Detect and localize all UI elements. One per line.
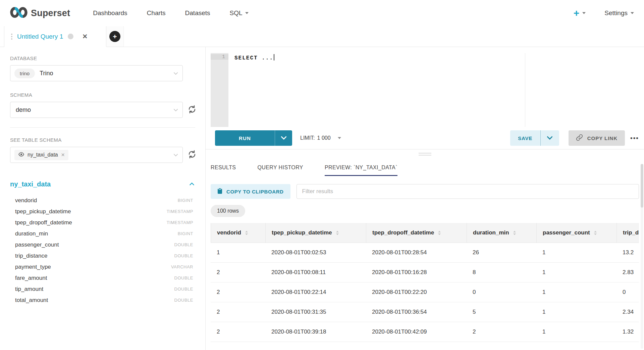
- column-header-label: tpep_dropoff_datetime: [372, 229, 434, 236]
- editor-toolbar: RUN LIMIT: 1 000 SAVE: [206, 127, 644, 149]
- cell-trip-distance: 2.83: [616, 263, 639, 282]
- table-row: 2 2020-08-01T00:08:11 2020-08-01T00:16:2…: [211, 263, 639, 282]
- save-button[interactable]: SAVE: [510, 130, 540, 146]
- copy-link-button[interactable]: COPY LINK: [569, 130, 625, 146]
- query-tab-active[interactable]: Untitled Query 1 ✕: [4, 26, 106, 47]
- nav-datasets[interactable]: Datasets: [185, 9, 210, 17]
- limit-dropdown[interactable]: LIMIT: 1 000: [300, 135, 341, 141]
- column-header-label: trip_distance: [623, 229, 639, 236]
- tab-results[interactable]: RESULTS: [211, 162, 236, 176]
- column-header-label: duration_min: [473, 229, 509, 236]
- database-tag: trino: [14, 69, 35, 78]
- copy-link-label: COPY LINK: [587, 135, 618, 141]
- results-actions: COPY TO CLIPBOARD: [211, 184, 639, 199]
- chevron-down-icon: [582, 12, 586, 14]
- column-header[interactable]: trip_distance: [616, 223, 639, 243]
- query-tab-label[interactable]: Untitled Query 1: [17, 33, 63, 40]
- cell-passenger-count: 1: [536, 263, 616, 282]
- cell-passenger-count: 1: [536, 302, 616, 322]
- filter-results-input[interactable]: [297, 184, 639, 199]
- table-row: 2 2020-08-01T00:39:18 2020-08-01T00:42:0…: [211, 322, 639, 342]
- settings-menu[interactable]: Settings: [604, 9, 634, 17]
- cell-passenger-count: 1: [536, 282, 616, 302]
- column-header[interactable]: tpep_dropoff_datetime: [366, 223, 467, 243]
- results-table: vendorid tpep_pickup_datetime tpep_dropo…: [211, 223, 639, 342]
- results-table-header: vendorid tpep_pickup_datetime tpep_dropo…: [211, 223, 639, 243]
- column-type: DOUBLE: [174, 287, 193, 292]
- table-schema-header: ny_taxi_data: [10, 180, 205, 188]
- column-header[interactable]: vendorid: [211, 223, 265, 243]
- tab-preview-ny-taxi-data[interactable]: PREVIEW: `NY_TAXI_DATA`: [325, 162, 397, 176]
- refresh-table-button[interactable]: [187, 150, 197, 160]
- code-area[interactable]: SELECT ...: [228, 53, 639, 127]
- column-header-label: passenger_count: [543, 229, 590, 236]
- cell-dropoff-datetime: 2020-08-01T00:22:20: [366, 282, 467, 302]
- collapse-table-button[interactable]: [189, 182, 195, 187]
- settings-label: Settings: [604, 9, 628, 17]
- cell-vendorid: 2: [211, 302, 265, 322]
- chevron-down-icon: [173, 107, 178, 113]
- new-item-button[interactable]: +: [574, 8, 586, 18]
- cell-passenger-count: 1: [536, 322, 616, 342]
- refresh-schema-button[interactable]: [187, 105, 197, 115]
- pane-splitter-handle[interactable]: [419, 151, 431, 157]
- column-row: tip_amount DOUBLE: [10, 283, 193, 295]
- brand-name: Superset: [31, 8, 70, 18]
- copy-to-clipboard-label: COPY TO CLIPBOARD: [226, 189, 284, 194]
- sql-lab-app: Superset Dashboards Charts Datasets SQL …: [0, 0, 644, 350]
- superset-logo[interactable]: Superset: [10, 6, 70, 20]
- column-type: TIMESTAMP: [167, 220, 193, 225]
- column-row: vendorid BIGINT: [10, 195, 193, 206]
- column-row: tpep_pickup_datetime TIMESTAMP: [10, 206, 193, 217]
- limit-label: LIMIT:: [300, 135, 315, 141]
- column-type: DOUBLE: [174, 242, 193, 247]
- column-name: trip_distance: [15, 253, 47, 259]
- nav-dashboards[interactable]: Dashboards: [93, 9, 127, 17]
- column-name: payment_type: [15, 264, 51, 270]
- cell-dropoff-datetime: 2020-08-01T00:42:09: [366, 322, 467, 342]
- database-select[interactable]: trino Trino: [10, 65, 183, 81]
- tab-query-history[interactable]: QUERY HISTORY: [257, 162, 303, 176]
- table-tag-label: ny_taxi_data: [28, 152, 58, 158]
- divider: [10, 127, 195, 128]
- column-header[interactable]: passenger_count: [536, 223, 616, 243]
- row-count-badge: 100 rows: [211, 205, 245, 217]
- column-row: fare_amount DOUBLE: [10, 272, 193, 283]
- add-query-tab-button[interactable]: +: [109, 31, 120, 42]
- copy-to-clipboard-button[interactable]: COPY TO CLIPBOARD: [211, 184, 290, 199]
- nav-charts[interactable]: Charts: [147, 9, 166, 17]
- table-select[interactable]: ny_taxi_data ✕: [10, 147, 183, 163]
- eye-icon: [18, 152, 24, 158]
- schema-select[interactable]: demo: [10, 102, 183, 118]
- scrollbar-thumb[interactable]: [641, 164, 643, 208]
- column-type: DOUBLE: [174, 275, 193, 280]
- column-header[interactable]: duration_min: [467, 223, 536, 243]
- table-tag: ny_taxi_data ✕: [14, 150, 68, 160]
- save-options-button[interactable]: [540, 130, 559, 146]
- add-tab-cell: +: [106, 26, 124, 47]
- query-status-dot: [68, 34, 73, 39]
- sql-editor[interactable]: 1 SELECT ...: [211, 53, 639, 127]
- column-header[interactable]: tpep_pickup_datetime: [265, 223, 366, 243]
- results-scrollbar[interactable]: [641, 164, 643, 349]
- column-row: tpep_dropoff_datetime TIMESTAMP: [10, 217, 193, 228]
- editor-gutter: 1: [211, 53, 228, 127]
- column-header-label: tpep_pickup_datetime: [272, 229, 332, 236]
- run-options-button[interactable]: [275, 130, 292, 146]
- cell-pickup-datetime: 2020-08-01T00:08:11: [265, 263, 366, 282]
- nav-sql[interactable]: SQL: [230, 9, 249, 17]
- column-type: VARCHAR: [171, 264, 193, 269]
- cell-vendorid: 1: [211, 243, 265, 262]
- chevron-down-icon: [631, 12, 634, 14]
- remove-table-icon[interactable]: ✕: [61, 152, 65, 158]
- more-options-button[interactable]: •••: [630, 134, 639, 142]
- caret-down-icon: [338, 137, 341, 139]
- drag-handle-icon[interactable]: [11, 34, 12, 40]
- run-button[interactable]: RUN: [215, 130, 275, 146]
- nav-sql-label: SQL: [230, 9, 243, 17]
- close-icon[interactable]: ✕: [82, 33, 88, 40]
- column-type: DOUBLE: [174, 298, 193, 303]
- cell-dropoff-datetime: 2020-08-01T00:36:54: [366, 302, 467, 322]
- chevron-down-icon: [245, 12, 249, 14]
- schema-label: SCHEMA: [10, 92, 205, 98]
